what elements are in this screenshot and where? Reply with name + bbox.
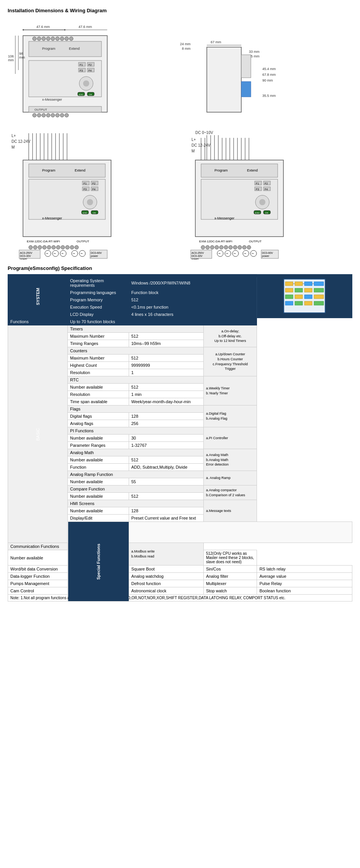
svg-rect-206 <box>295 295 303 299</box>
svg-text:~: ~ <box>54 252 56 256</box>
ar-desc1: a. Analog Ramp <box>206 476 255 481</box>
svg-text:DC 12-24V: DC 12-24V <box>11 139 31 144</box>
svg-point-173 <box>229 245 232 249</box>
svg-text:Extend: Extend <box>69 47 80 51</box>
spec-title: Program(eSmsconfig) Specification <box>8 265 352 271</box>
analog-ramp-icon-cell: a. Analog Ramp <box>203 471 257 485</box>
compare-category-label: Compare Function <box>68 485 204 493</box>
svg-text:~: ~ <box>80 252 83 256</box>
ar-num-value: 55 <box>129 478 203 485</box>
functions-header-label: Functions <box>8 318 68 325</box>
svg-text:F1: F1 <box>256 182 259 185</box>
hmi-num-value: 128 <box>129 507 203 515</box>
basic-section-label: BASIC <box>8 325 68 543</box>
svg-text:DC0-30V: DC0-30V <box>191 255 203 257</box>
digital-flags-label: Digital flags <box>68 413 129 420</box>
svg-point-99 <box>29 245 33 249</box>
datalogger-col2: Analog watchdog <box>129 573 203 580</box>
rtc-num-label: Number available <box>68 384 129 391</box>
svg-text:OUTPUT: OUTPUT <box>34 108 47 111</box>
counter-res-label: Resolution <box>68 369 129 376</box>
svg-text:OK: OK <box>93 212 96 214</box>
analog-flags-value: 256 <box>129 420 203 427</box>
svg-point-26 <box>60 37 64 41</box>
svg-text:ESC: ESC <box>255 212 260 214</box>
wordbit-col4: RS latch relay <box>257 566 352 573</box>
svg-text:24 mm: 24 mm <box>180 42 191 46</box>
svg-text:Program: Program <box>42 168 56 172</box>
comm-desc1: a.Modbus write <box>131 549 201 554</box>
timer-max-value: 512 <box>129 333 203 340</box>
svg-text:x-Messenger: x-Messenger <box>214 216 234 220</box>
svg-text:F4: F4 <box>92 188 95 191</box>
svg-text:F2: F2 <box>92 182 95 185</box>
svg-text:EXM-12DC-DA-RT-WIFI: EXM-12DC-DA-RT-WIFI <box>199 240 232 243</box>
svg-point-102 <box>43 245 46 249</box>
timer-max-label: Maximum Number <box>68 333 129 340</box>
svg-rect-78 <box>29 164 105 177</box>
rtc-res-label: Resolution <box>68 391 129 398</box>
svg-text:AC0-250V: AC0-250V <box>20 252 33 254</box>
prog-mem-label: Program Memory <box>68 296 129 304</box>
dimension-diagram-area: Program Extend F1 F2 F3 F4 ESC OK x-Mess… <box>8 16 352 124</box>
svg-text:~: ~ <box>252 252 254 256</box>
svg-rect-207 <box>304 295 312 299</box>
svg-point-25 <box>56 37 59 41</box>
flags-category-label: Flags <box>68 405 204 413</box>
svg-text:90 mm: 90 mm <box>262 78 273 82</box>
svg-rect-52 <box>241 82 251 97</box>
am-desc1: a.Analog Math <box>206 453 255 458</box>
pi-num-value: 30 <box>129 435 203 442</box>
ar-num-label: Number available <box>68 478 129 485</box>
svg-text:F3: F3 <box>80 69 83 72</box>
analog-flags-label: Analog flags <box>68 420 129 427</box>
svg-point-101 <box>38 245 42 249</box>
datalogger-col4: Average value <box>257 573 352 580</box>
svg-point-174 <box>233 245 237 249</box>
svg-text:power: power <box>191 258 199 260</box>
svg-point-167 <box>201 245 205 249</box>
svg-rect-51 <box>241 55 251 78</box>
svg-point-108 <box>70 245 74 249</box>
timer-desc1: a.On-delay; <box>206 329 255 334</box>
pumps-label: Pumps Management <box>8 580 68 587</box>
comm-num-label: Number available <box>8 550 68 566</box>
svg-text:DC0-60V: DC0-60V <box>262 252 273 254</box>
svg-rect-212 <box>314 301 324 305</box>
svg-text:OUTPUT: OUTPUT <box>77 240 89 243</box>
svg-rect-198 <box>295 282 303 286</box>
svg-text:Program: Program <box>214 168 228 172</box>
svg-point-170 <box>215 245 219 249</box>
timer-range-value: 10ms--99 h59m <box>129 340 203 347</box>
svg-point-21 <box>37 37 41 41</box>
rtc-icon-cell: a.Weekly Timer b.Yearly Timer <box>203 376 257 405</box>
pi-icon-cell: a.PI Controller <box>203 427 257 449</box>
rtc-category-label: RTC <box>68 376 204 384</box>
pumps-col3: Multiplexer <box>203 580 257 587</box>
svg-rect-204 <box>314 288 324 292</box>
os-value <box>129 275 257 277</box>
svg-text:L+: L+ <box>191 137 196 142</box>
svg-text:F1: F1 <box>80 64 83 66</box>
svg-rect-50 <box>207 47 241 112</box>
pi-desc1: a.PI Controller <box>206 436 255 441</box>
svg-point-32 <box>37 113 41 117</box>
svg-text:F1: F1 <box>83 182 87 185</box>
svg-text:M: M <box>11 145 15 149</box>
installation-title: Installation Dimensions & Wiring Diagram <box>8 8 352 13</box>
rtc-res-value: 1 min <box>129 391 203 398</box>
digital-flags-value: 128 <box>129 413 203 420</box>
svg-text:DC0-60V: DC0-60V <box>91 252 102 254</box>
svg-text:F4: F4 <box>265 188 268 191</box>
svg-text:DC 0~10V: DC 0~10V <box>195 131 213 135</box>
cam-col4: Boolean function <box>257 587 352 595</box>
rtc-desc2: b.Yearly Timer <box>206 391 255 396</box>
svg-point-38 <box>65 113 69 117</box>
datalogger-col3: Analog filter <box>203 573 257 580</box>
svg-point-169 <box>210 245 214 249</box>
note-text: Note: 1.Not all program functions are li… <box>8 595 352 602</box>
comm-desc2: b.Modbus read <box>131 554 201 559</box>
flags-desc1: a.Digital Flag <box>206 411 255 416</box>
pi-param-label: Parameter Ranges <box>68 442 129 449</box>
svg-point-109 <box>75 245 79 249</box>
